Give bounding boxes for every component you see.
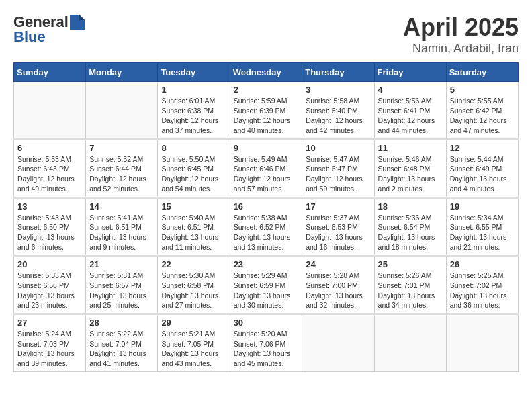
day-number: 30 bbox=[234, 318, 299, 328]
calendar-day-cell: 19Sunrise: 5:34 AMSunset: 6:55 PMDayligh… bbox=[446, 197, 518, 256]
day-info: Sunrise: 5:46 AMSunset: 6:48 PMDaylight:… bbox=[378, 154, 443, 194]
calendar-month-title: April 2025 bbox=[403, 13, 519, 42]
day-info: Sunrise: 5:24 AMSunset: 7:03 PMDaylight:… bbox=[17, 329, 82, 369]
calendar-day-cell: 22Sunrise: 5:30 AMSunset: 6:58 PMDayligh… bbox=[158, 256, 230, 314]
calendar-day-cell: 16Sunrise: 5:38 AMSunset: 6:52 PMDayligh… bbox=[230, 197, 302, 256]
calendar-day-cell: 3Sunrise: 5:58 AMSunset: 6:40 PMDaylight… bbox=[302, 82, 374, 140]
day-info: Sunrise: 5:20 AMSunset: 7:06 PMDaylight:… bbox=[234, 329, 299, 369]
day-number: 12 bbox=[450, 143, 515, 153]
day-number: 17 bbox=[306, 201, 370, 212]
day-number: 27 bbox=[17, 318, 82, 328]
day-info: Sunrise: 5:38 AMSunset: 6:52 PMDaylight:… bbox=[234, 213, 299, 253]
calendar-day-cell bbox=[302, 314, 374, 372]
day-number: 10 bbox=[306, 143, 370, 153]
calendar-week-row: 13Sunrise: 5:43 AMSunset: 6:50 PMDayligh… bbox=[14, 197, 519, 256]
calendar-day-cell: 6Sunrise: 5:53 AMSunset: 6:43 PMDaylight… bbox=[14, 139, 86, 197]
calendar-day-cell: 11Sunrise: 5:46 AMSunset: 6:48 PMDayligh… bbox=[374, 139, 446, 197]
day-info: Sunrise: 5:41 AMSunset: 6:51 PMDaylight:… bbox=[89, 213, 154, 253]
day-number: 8 bbox=[161, 143, 226, 153]
day-number: 26 bbox=[450, 259, 515, 269]
day-number: 22 bbox=[161, 259, 226, 269]
day-number: 21 bbox=[89, 259, 154, 269]
calendar-day-cell: 21Sunrise: 5:31 AMSunset: 6:57 PMDayligh… bbox=[86, 256, 158, 314]
day-info: Sunrise: 5:49 AMSunset: 6:46 PMDaylight:… bbox=[234, 154, 299, 194]
day-info: Sunrise: 5:29 AMSunset: 6:59 PMDaylight:… bbox=[234, 271, 299, 310]
day-info: Sunrise: 5:22 AMSunset: 7:04 PMDaylight:… bbox=[89, 329, 154, 369]
day-info: Sunrise: 5:40 AMSunset: 6:51 PMDaylight:… bbox=[161, 213, 226, 253]
day-number: 1 bbox=[161, 85, 226, 95]
calendar-day-cell: 14Sunrise: 5:41 AMSunset: 6:51 PMDayligh… bbox=[86, 197, 158, 256]
calendar-day-cell bbox=[86, 82, 158, 140]
calendar-week-row: 20Sunrise: 5:33 AMSunset: 6:56 PMDayligh… bbox=[14, 256, 519, 314]
calendar-day-cell: 20Sunrise: 5:33 AMSunset: 6:56 PMDayligh… bbox=[14, 256, 86, 314]
calendar-day-cell: 2Sunrise: 5:59 AMSunset: 6:39 PMDaylight… bbox=[230, 82, 302, 140]
weekday-header: Tuesday bbox=[158, 63, 230, 82]
calendar-day-cell: 17Sunrise: 5:37 AMSunset: 6:53 PMDayligh… bbox=[302, 197, 374, 256]
day-info: Sunrise: 5:52 AMSunset: 6:44 PMDaylight:… bbox=[89, 154, 154, 194]
calendar-day-cell: 26Sunrise: 5:25 AMSunset: 7:02 PMDayligh… bbox=[446, 256, 518, 314]
day-info: Sunrise: 5:25 AMSunset: 7:02 PMDaylight:… bbox=[450, 271, 515, 310]
calendar-day-cell bbox=[14, 82, 86, 140]
day-number: 24 bbox=[306, 259, 370, 269]
day-info: Sunrise: 6:01 AMSunset: 6:38 PMDaylight:… bbox=[161, 96, 226, 136]
day-number: 13 bbox=[17, 201, 82, 212]
calendar-day-cell: 28Sunrise: 5:22 AMSunset: 7:04 PMDayligh… bbox=[86, 314, 158, 372]
calendar-day-cell: 1Sunrise: 6:01 AMSunset: 6:38 PMDaylight… bbox=[158, 82, 230, 140]
day-number: 29 bbox=[161, 318, 226, 328]
calendar-day-cell: 13Sunrise: 5:43 AMSunset: 6:50 PMDayligh… bbox=[14, 197, 86, 256]
day-number: 15 bbox=[161, 201, 226, 212]
weekday-header: Wednesday bbox=[230, 63, 302, 82]
calendar-table: SundayMondayTuesdayWednesdayThursdayFrid… bbox=[13, 62, 519, 372]
day-number: 20 bbox=[17, 259, 82, 269]
day-number: 5 bbox=[450, 85, 515, 95]
calendar-week-row: 27Sunrise: 5:24 AMSunset: 7:03 PMDayligh… bbox=[14, 314, 519, 372]
logo-blue-text: Blue bbox=[13, 28, 46, 46]
logo: General Blue bbox=[13, 13, 85, 46]
day-number: 16 bbox=[234, 201, 299, 212]
day-info: Sunrise: 5:21 AMSunset: 7:05 PMDaylight:… bbox=[161, 329, 226, 369]
calendar-day-cell: 10Sunrise: 5:47 AMSunset: 6:47 PMDayligh… bbox=[302, 139, 374, 197]
calendar-day-cell: 23Sunrise: 5:29 AMSunset: 6:59 PMDayligh… bbox=[230, 256, 302, 314]
calendar-day-cell bbox=[374, 314, 446, 372]
weekday-header: Friday bbox=[374, 63, 446, 82]
day-number: 9 bbox=[234, 143, 299, 153]
day-info: Sunrise: 5:36 AMSunset: 6:54 PMDaylight:… bbox=[378, 213, 443, 253]
calendar-day-cell: 30Sunrise: 5:20 AMSunset: 7:06 PMDayligh… bbox=[230, 314, 302, 372]
calendar-location: Namin, Ardabil, Iran bbox=[403, 42, 519, 56]
day-info: Sunrise: 5:28 AMSunset: 7:00 PMDaylight:… bbox=[306, 271, 370, 310]
day-info: Sunrise: 5:59 AMSunset: 6:39 PMDaylight:… bbox=[234, 96, 299, 136]
calendar-day-cell: 4Sunrise: 5:56 AMSunset: 6:41 PMDaylight… bbox=[374, 82, 446, 140]
weekday-header: Monday bbox=[86, 63, 158, 82]
day-number: 14 bbox=[89, 201, 154, 212]
weekday-header: Thursday bbox=[302, 63, 374, 82]
calendar-day-cell: 27Sunrise: 5:24 AMSunset: 7:03 PMDayligh… bbox=[14, 314, 86, 372]
weekday-header: Saturday bbox=[446, 63, 518, 82]
day-number: 28 bbox=[89, 318, 154, 328]
calendar-day-cell: 15Sunrise: 5:40 AMSunset: 6:51 PMDayligh… bbox=[158, 197, 230, 256]
day-info: Sunrise: 5:26 AMSunset: 7:01 PMDaylight:… bbox=[378, 271, 443, 310]
calendar-day-cell: 18Sunrise: 5:36 AMSunset: 6:54 PMDayligh… bbox=[374, 197, 446, 256]
day-info: Sunrise: 5:33 AMSunset: 6:56 PMDaylight:… bbox=[17, 271, 82, 310]
day-number: 23 bbox=[234, 259, 299, 269]
calendar-day-cell bbox=[446, 314, 518, 372]
calendar-day-cell: 12Sunrise: 5:44 AMSunset: 6:49 PMDayligh… bbox=[446, 139, 518, 197]
calendar-week-row: 6Sunrise: 5:53 AMSunset: 6:43 PMDaylight… bbox=[14, 139, 519, 197]
page-header: General Blue April 2025 Namin, Ardabil, … bbox=[13, 13, 519, 56]
calendar-day-cell: 24Sunrise: 5:28 AMSunset: 7:00 PMDayligh… bbox=[302, 256, 374, 314]
calendar-day-cell: 7Sunrise: 5:52 AMSunset: 6:44 PMDaylight… bbox=[86, 139, 158, 197]
day-info: Sunrise: 5:53 AMSunset: 6:43 PMDaylight:… bbox=[17, 154, 82, 194]
day-number: 18 bbox=[378, 201, 443, 212]
weekday-header: Sunday bbox=[14, 63, 86, 82]
svg-marker-1 bbox=[79, 15, 85, 20]
day-number: 19 bbox=[450, 201, 515, 212]
calendar-week-row: 1Sunrise: 6:01 AMSunset: 6:38 PMDaylight… bbox=[14, 82, 519, 140]
calendar-day-cell: 29Sunrise: 5:21 AMSunset: 7:05 PMDayligh… bbox=[158, 314, 230, 372]
day-info: Sunrise: 5:56 AMSunset: 6:41 PMDaylight:… bbox=[378, 96, 443, 136]
day-number: 2 bbox=[234, 85, 299, 95]
day-number: 11 bbox=[378, 143, 443, 153]
day-info: Sunrise: 5:30 AMSunset: 6:58 PMDaylight:… bbox=[161, 271, 226, 310]
day-info: Sunrise: 5:34 AMSunset: 6:55 PMDaylight:… bbox=[450, 213, 515, 253]
day-number: 6 bbox=[17, 143, 82, 153]
day-info: Sunrise: 5:55 AMSunset: 6:42 PMDaylight:… bbox=[450, 96, 515, 136]
calendar-title-block: April 2025 Namin, Ardabil, Iran bbox=[403, 13, 519, 56]
